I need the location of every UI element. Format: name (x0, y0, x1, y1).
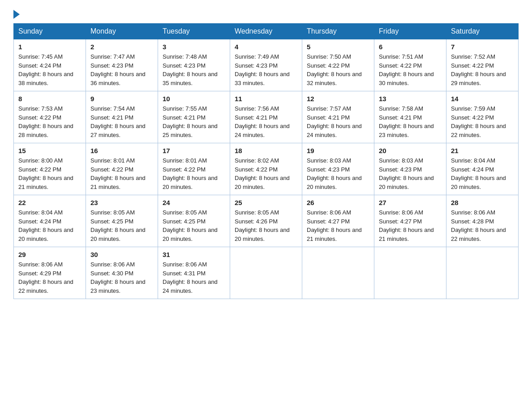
day-number: 23 (90, 199, 153, 206)
sunset-time: Sunset: 4:23 PM (90, 62, 133, 69)
daylight-duration: Daylight: 8 hours and 20 minutes. (163, 227, 218, 242)
sunrise-time: Sunrise: 8:01 AM (163, 157, 207, 164)
day-number: 20 (379, 147, 442, 154)
daylight-duration: Daylight: 8 hours and 24 minutes. (235, 123, 290, 138)
sunrise-time: Sunrise: 8:06 AM (163, 261, 207, 268)
sunset-time: Sunset: 4:22 PM (18, 166, 61, 173)
table-row: 13 Sunrise: 7:58 AM Sunset: 4:21 PM Dayl… (374, 91, 446, 143)
sunset-time: Sunset: 4:22 PM (307, 62, 350, 69)
day-number: 10 (163, 95, 225, 103)
day-info: Sunrise: 7:57 AM Sunset: 4:21 PM Dayligh… (307, 104, 369, 139)
sunset-time: Sunset: 4:28 PM (451, 218, 494, 225)
day-number: 30 (90, 251, 153, 258)
sunrise-time: Sunrise: 7:50 AM (307, 53, 351, 60)
day-info: Sunrise: 7:49 AM Sunset: 4:23 PM Dayligh… (235, 52, 297, 87)
sunset-time: Sunset: 4:23 PM (163, 62, 206, 69)
table-row: 5 Sunrise: 7:50 AM Sunset: 4:22 PM Dayli… (302, 39, 374, 91)
sunset-time: Sunset: 4:22 PM (163, 166, 206, 173)
sunset-time: Sunset: 4:22 PM (451, 62, 494, 69)
daylight-duration: Daylight: 8 hours and 36 minutes. (90, 71, 146, 86)
day-info: Sunrise: 7:50 AM Sunset: 4:22 PM Dayligh… (307, 52, 369, 87)
day-info: Sunrise: 8:02 AM Sunset: 4:22 PM Dayligh… (235, 156, 297, 191)
sunrise-time: Sunrise: 8:03 AM (307, 157, 351, 164)
daylight-duration: Daylight: 8 hours and 27 minutes. (90, 123, 146, 138)
sunset-time: Sunset: 4:23 PM (235, 62, 278, 69)
daylight-duration: Daylight: 8 hours and 20 minutes. (18, 227, 73, 242)
table-row: 6 Sunrise: 7:51 AM Sunset: 4:22 PM Dayli… (374, 39, 446, 91)
sunrise-time: Sunrise: 8:04 AM (451, 157, 495, 164)
day-info: Sunrise: 7:55 AM Sunset: 4:21 PM Dayligh… (163, 104, 225, 139)
daylight-duration: Daylight: 8 hours and 22 minutes. (18, 278, 73, 294)
table-row: 11 Sunrise: 7:56 AM Sunset: 4:21 PM Dayl… (230, 91, 302, 143)
table-row: 28 Sunrise: 8:06 AM Sunset: 4:28 PM Dayl… (446, 195, 519, 247)
day-info: Sunrise: 8:04 AM Sunset: 4:24 PM Dayligh… (18, 208, 81, 243)
table-row: 30 Sunrise: 8:06 AM Sunset: 4:30 PM Dayl… (86, 247, 158, 299)
day-info: Sunrise: 7:51 AM Sunset: 4:22 PM Dayligh… (379, 52, 442, 87)
sunrise-time: Sunrise: 7:54 AM (90, 105, 135, 112)
sunrise-time: Sunrise: 8:00 AM (18, 157, 63, 164)
sunrise-time: Sunrise: 8:05 AM (163, 209, 207, 216)
sunset-time: Sunset: 4:27 PM (307, 218, 350, 225)
day-info: Sunrise: 7:53 AM Sunset: 4:22 PM Dayligh… (18, 104, 81, 139)
daylight-duration: Daylight: 8 hours and 21 minutes. (18, 175, 73, 190)
sunset-time: Sunset: 4:21 PM (90, 114, 133, 121)
daylight-duration: Daylight: 8 hours and 25 minutes. (163, 123, 218, 138)
calendar-week-4: 22 Sunrise: 8:04 AM Sunset: 4:24 PM Dayl… (14, 195, 519, 247)
day-info: Sunrise: 7:56 AM Sunset: 4:21 PM Dayligh… (235, 104, 297, 139)
day-info: Sunrise: 7:59 AM Sunset: 4:22 PM Dayligh… (451, 104, 514, 139)
logo (13, 9, 20, 16)
daylight-duration: Daylight: 8 hours and 21 minutes. (90, 175, 146, 190)
day-info: Sunrise: 7:52 AM Sunset: 4:22 PM Dayligh… (451, 52, 514, 87)
day-info: Sunrise: 8:04 AM Sunset: 4:24 PM Dayligh… (451, 156, 514, 191)
sunrise-time: Sunrise: 8:01 AM (90, 157, 135, 164)
col-monday: Monday (86, 24, 158, 39)
table-row (302, 247, 374, 299)
col-friday: Friday (374, 24, 446, 39)
sunset-time: Sunset: 4:25 PM (163, 218, 206, 225)
table-row: 21 Sunrise: 8:04 AM Sunset: 4:24 PM Dayl… (446, 143, 519, 195)
logo-arrow-icon (13, 10, 20, 19)
sunset-time: Sunset: 4:22 PM (451, 114, 494, 121)
sunrise-time: Sunrise: 7:51 AM (379, 53, 423, 60)
day-info: Sunrise: 8:06 AM Sunset: 4:28 PM Dayligh… (451, 208, 514, 243)
table-row: 10 Sunrise: 7:55 AM Sunset: 4:21 PM Dayl… (158, 91, 230, 143)
sunset-time: Sunset: 4:24 PM (18, 218, 61, 225)
day-number: 28 (451, 199, 514, 206)
day-info: Sunrise: 8:06 AM Sunset: 4:29 PM Dayligh… (18, 260, 81, 295)
daylight-duration: Daylight: 8 hours and 24 minutes. (163, 278, 218, 294)
day-number: 19 (307, 147, 369, 154)
daylight-duration: Daylight: 8 hours and 20 minutes. (307, 175, 362, 190)
table-row: 29 Sunrise: 8:06 AM Sunset: 4:29 PM Dayl… (14, 247, 86, 299)
table-row: 12 Sunrise: 7:57 AM Sunset: 4:21 PM Dayl… (302, 91, 374, 143)
daylight-duration: Daylight: 8 hours and 24 minutes. (307, 123, 362, 138)
daylight-duration: Daylight: 8 hours and 20 minutes. (235, 175, 290, 190)
daylight-duration: Daylight: 8 hours and 38 minutes. (18, 71, 73, 86)
daylight-duration: Daylight: 8 hours and 28 minutes. (18, 123, 73, 138)
sunrise-time: Sunrise: 8:06 AM (18, 261, 63, 268)
daylight-duration: Daylight: 8 hours and 35 minutes. (163, 71, 218, 86)
table-row: 18 Sunrise: 8:02 AM Sunset: 4:22 PM Dayl… (230, 143, 302, 195)
page-header (13, 9, 519, 16)
sunset-time: Sunset: 4:21 PM (379, 114, 422, 121)
sunset-time: Sunset: 4:30 PM (90, 270, 133, 277)
table-row: 23 Sunrise: 8:05 AM Sunset: 4:25 PM Dayl… (86, 195, 158, 247)
day-info: Sunrise: 8:01 AM Sunset: 4:22 PM Dayligh… (90, 156, 153, 191)
table-row: 24 Sunrise: 8:05 AM Sunset: 4:25 PM Dayl… (158, 195, 230, 247)
day-number: 14 (451, 95, 514, 103)
sunrise-time: Sunrise: 8:06 AM (90, 261, 135, 268)
table-row: 15 Sunrise: 8:00 AM Sunset: 4:22 PM Dayl… (14, 143, 86, 195)
calendar-week-1: 1 Sunrise: 7:45 AM Sunset: 4:24 PM Dayli… (14, 39, 519, 91)
day-info: Sunrise: 8:05 AM Sunset: 4:25 PM Dayligh… (90, 208, 153, 243)
table-row: 27 Sunrise: 8:06 AM Sunset: 4:27 PM Dayl… (374, 195, 446, 247)
day-info: Sunrise: 8:01 AM Sunset: 4:22 PM Dayligh… (163, 156, 225, 191)
day-info: Sunrise: 8:06 AM Sunset: 4:30 PM Dayligh… (90, 260, 153, 295)
day-number: 4 (235, 43, 297, 51)
day-number: 18 (235, 147, 297, 154)
sunrise-time: Sunrise: 7:47 AM (90, 53, 135, 60)
day-number: 24 (163, 199, 225, 206)
sunrise-time: Sunrise: 8:06 AM (307, 209, 351, 216)
table-row: 20 Sunrise: 8:03 AM Sunset: 4:23 PM Dayl… (374, 143, 446, 195)
table-row: 1 Sunrise: 7:45 AM Sunset: 4:24 PM Dayli… (14, 39, 86, 91)
table-row: 26 Sunrise: 8:06 AM Sunset: 4:27 PM Dayl… (302, 195, 374, 247)
sunrise-time: Sunrise: 7:53 AM (18, 105, 63, 112)
